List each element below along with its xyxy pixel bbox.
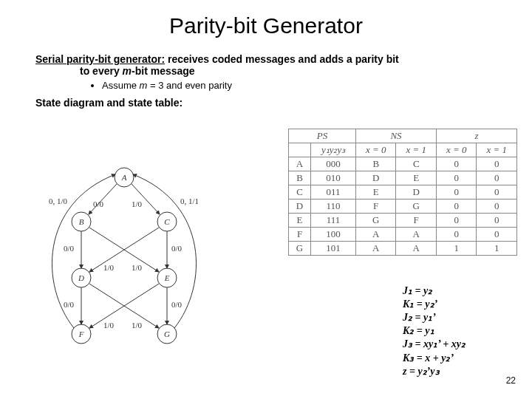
intro-line2-prefix: to every (80, 65, 123, 77)
cell-ns0: A (355, 228, 395, 242)
eq-K3: K₃ = x + y₂’ (403, 352, 466, 365)
eq-z: z = y₂’y₃ (403, 365, 466, 378)
eq-K2: K₂ = y₁ (403, 324, 466, 338)
intro-line2-suffix: -bit message (132, 65, 195, 77)
cell-z1: 0 (477, 157, 517, 171)
eq-J3: J₃ = xy₁’ + xy₂ (403, 338, 466, 351)
th-ns-x1: x = 1 (396, 143, 436, 157)
cell-ns1: G (396, 200, 436, 214)
intro-heading: Serial parity-bit generator: (35, 53, 165, 65)
table-row: B010DE00 (289, 171, 517, 185)
bullet-list: Assume m = 3 and even parity (35, 80, 497, 91)
cell-z0: 0 (436, 185, 476, 200)
cell-z0: 0 (436, 228, 476, 242)
cell-ps: F (289, 228, 311, 242)
cell-ns1: A (396, 228, 436, 242)
th-z-x0: x = 0 (436, 143, 476, 157)
edge-GA: 0, 1/1 (180, 197, 199, 205)
state-G: G (164, 330, 170, 338)
table-row: E111GF00 (289, 214, 517, 228)
state-table: PS NS z y₁y₂y₃ x = 0 x = 1 x = 0 x = 1 A… (288, 129, 517, 256)
state-diagram-title: State diagram and state table: (35, 97, 497, 109)
cell-ns0: B (355, 157, 395, 171)
cell-z0: 0 (436, 157, 476, 171)
cell-z1: 1 (477, 242, 517, 256)
cell-z0: 0 (436, 200, 476, 214)
cell-z0: 0 (436, 214, 476, 228)
edge-BE: 1/0 (103, 263, 115, 272)
edge-FA: 0, 1/0 (49, 197, 68, 205)
bullet-item: Assume m = 3 and even parity (102, 80, 497, 91)
table-header-row: PS NS z (289, 129, 517, 143)
state-diagram: A B C D E F G 0, 1/0 0/0 1/0 0, 1/1 0/0 … (35, 160, 213, 359)
cell-z1: 0 (477, 200, 517, 214)
cell-z1: 0 (477, 171, 517, 185)
state-C: C (164, 217, 170, 226)
cell-code: 011 (311, 185, 356, 200)
intro-line2: to every m-bit message (35, 65, 497, 77)
state-D: D (78, 273, 84, 282)
edge-AC: 1/0 (132, 200, 143, 208)
cell-code: 100 (311, 228, 356, 242)
equations-block: J₁ = y₂ K₁ = y₂’ J₂ = y₁’ K₂ = y₁ J₃ = x… (403, 284, 466, 378)
cell-code: 111 (311, 214, 356, 228)
content-block: Serial parity-bit generator: receives co… (0, 53, 532, 109)
edge-CE: 0/0 (171, 244, 183, 253)
bullet-em: m (140, 80, 148, 91)
cell-code: 101 (311, 242, 356, 256)
cell-ps: C (289, 185, 311, 200)
cell-ns1: E (396, 171, 436, 185)
cell-z1: 0 (477, 228, 517, 242)
eq-J2: J₂ = y₁’ (403, 311, 466, 324)
cell-z1: 0 (477, 214, 517, 228)
eq-K1: K₁ = y₂’ (403, 298, 466, 311)
table-row: G101AA11 (289, 242, 517, 256)
th-z-x1: x = 1 (477, 143, 517, 157)
cell-ns1: D (396, 185, 436, 200)
table-row: A000BC00 (289, 157, 517, 171)
cell-ps: A (289, 157, 311, 171)
edge-BD: 0/0 (64, 244, 75, 253)
th-ps: PS (289, 129, 356, 143)
th-ns: NS (355, 129, 436, 143)
cell-ns1: A (396, 242, 436, 256)
page-number: 22 (506, 375, 516, 386)
table-row: F100AA00 (289, 228, 517, 242)
page-title: Parity-bit Generator (0, 13, 532, 38)
bullet-suffix: = 3 and even parity (147, 80, 232, 91)
cell-ns0: G (355, 214, 395, 228)
table-subheader-row: y₁y₂y₃ x = 0 x = 1 x = 0 x = 1 (289, 143, 517, 157)
cell-code: 010 (311, 171, 356, 185)
edge-CD: 1/0 (132, 263, 143, 272)
cell-ps: D (289, 200, 311, 214)
cell-ns0: E (355, 185, 395, 200)
cell-ps: B (289, 171, 311, 185)
intro-rest: receives coded messages and adds a parit… (165, 53, 399, 65)
cell-z0: 0 (436, 171, 476, 185)
state-E: E (164, 273, 170, 282)
cell-ns1: F (396, 214, 436, 228)
bullet-prefix: Assume (102, 80, 140, 91)
cell-code: 110 (311, 200, 356, 214)
edge-EG: 0/0 (171, 300, 183, 309)
cell-ns0: F (355, 200, 395, 214)
th-ns-x0: x = 0 (355, 143, 395, 157)
th-code: y₁y₂y₃ (311, 143, 356, 157)
cell-z1: 0 (477, 185, 517, 200)
state-B: B (79, 217, 84, 226)
cell-ps: G (289, 242, 311, 256)
intro-line: Serial parity-bit generator: receives co… (35, 53, 497, 65)
table-row: C011ED00 (289, 185, 517, 200)
cell-code: 000 (311, 157, 356, 171)
edge-DF: 0/0 (64, 300, 75, 309)
cell-ps: E (289, 214, 311, 228)
edge-DG: 1/0 (103, 321, 115, 330)
th-z: z (436, 129, 516, 143)
cell-z0: 1 (436, 242, 476, 256)
intro-line2-em: m (123, 65, 132, 77)
cell-ns0: A (355, 242, 395, 256)
state-F: F (78, 330, 84, 338)
edge-AB: 0/0 (93, 200, 104, 208)
cell-ns1: C (396, 157, 436, 171)
edge-EF: 1/0 (132, 321, 143, 330)
